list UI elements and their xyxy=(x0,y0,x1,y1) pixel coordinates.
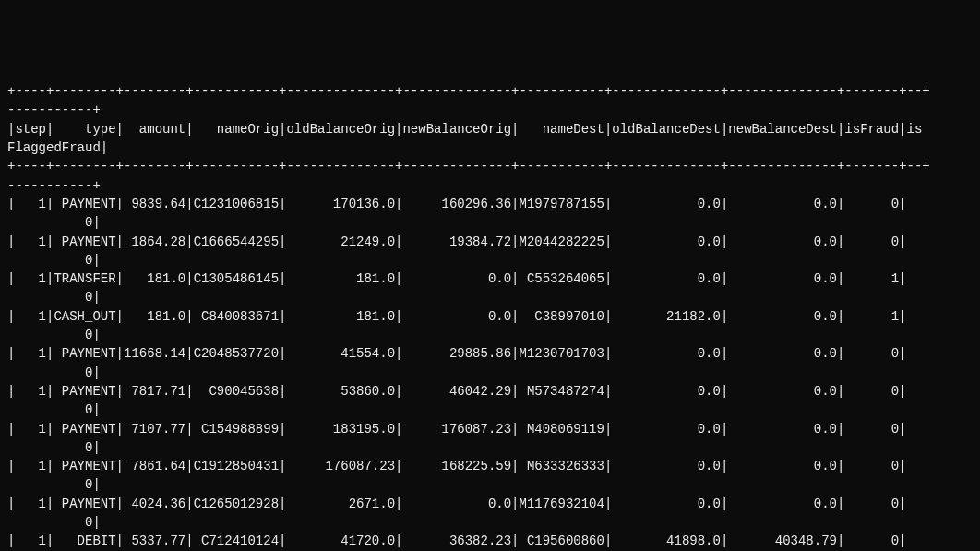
spark-table-output: +----+--------+--------+-----------+----… xyxy=(7,82,973,551)
